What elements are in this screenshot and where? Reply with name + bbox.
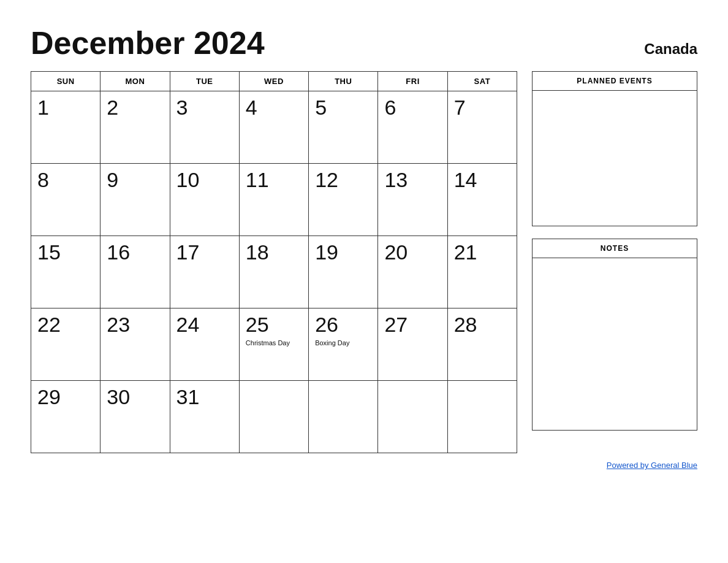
calendar-cell: 19 [309,236,378,308]
calendar-section: SUN MON TUE WED THU FRI SAT 123456789101… [31,71,517,453]
calendar-cell: 14 [447,164,517,236]
day-number: 5 [315,96,371,119]
day-number: 20 [384,241,441,264]
holiday-label: Boxing Day [315,339,371,347]
calendar-cell: 17 [170,236,239,308]
calendar-cell: 23 [100,308,170,381]
calendar-cell: 10 [170,164,239,236]
day-number: 24 [176,313,233,336]
day-number: 27 [384,313,441,336]
calendar-cell: 4 [239,91,308,164]
day-number: 2 [107,96,163,119]
month-title: December 2024 [31,25,265,61]
notes-body [533,258,697,430]
weekday-tue: TUE [170,72,239,91]
calendar-cell: 7 [447,91,517,164]
calendar-cell: 11 [239,164,308,236]
day-number: 23 [107,313,163,336]
day-number: 16 [107,241,163,264]
calendar-cell [378,381,447,453]
day-number: 29 [37,386,94,408]
calendar-cell [239,381,308,453]
calendar-cell: 13 [378,164,447,236]
calendar-cell: 18 [239,236,308,308]
calendar-cell: 5 [309,91,378,164]
calendar-cell: 24 [170,308,239,381]
day-number: 6 [384,96,441,119]
calendar-cell: 21 [447,236,517,308]
day-number: 26 [315,313,371,336]
planned-events-header: PLANNED EVENTS [533,72,697,91]
day-number: 31 [176,386,233,408]
day-number: 9 [107,169,163,191]
calendar-cell: 3 [170,91,239,164]
weekday-sun: SUN [31,72,100,91]
sidebar: PLANNED EVENTS NOTES [532,71,697,453]
calendar-cell: 25Christmas Day [239,308,308,381]
day-number: 12 [315,169,371,191]
planned-events-box: PLANNED EVENTS [532,71,697,226]
day-number: 8 [37,169,94,191]
calendar-cell: 2 [100,91,170,164]
calendar-cell: 29 [31,381,100,453]
calendar-cell: 1 [31,91,100,164]
weekday-thu: THU [309,72,378,91]
calendar-week-row: 891011121314 [31,164,517,236]
planned-events-body [533,91,697,226]
calendar-page: December 2024 Canada SUN MON TUE WED THU… [0,0,728,563]
day-number: 28 [454,313,510,336]
calendar-cell: 15 [31,236,100,308]
calendar-cell: 12 [309,164,378,236]
day-number: 22 [37,313,94,336]
calendar-cell: 31 [170,381,239,453]
day-number: 4 [246,96,302,119]
calendar-cell: 9 [100,164,170,236]
weekday-mon: MON [100,72,170,91]
calendar-cell: 22 [31,308,100,381]
weekday-wed: WED [239,72,308,91]
calendar-week-row: 293031 [31,381,517,453]
notes-box: NOTES [532,239,697,431]
calendar-cell: 20 [378,236,447,308]
notes-header: NOTES [533,239,697,258]
calendar-cell [447,381,517,453]
page-header: December 2024 Canada [31,25,697,61]
main-content: SUN MON TUE WED THU FRI SAT 123456789101… [31,71,697,453]
day-number: 17 [176,241,233,264]
day-number: 21 [454,241,510,264]
calendar-cell: 16 [100,236,170,308]
calendar-cell: 6 [378,91,447,164]
day-number: 13 [384,169,441,191]
calendar-cell: 27 [378,308,447,381]
day-number: 11 [246,169,302,191]
holiday-label: Christmas Day [246,339,302,347]
calendar-cell: 26Boxing Day [309,308,378,381]
weekday-sat: SAT [447,72,517,91]
calendar-table: SUN MON TUE WED THU FRI SAT 123456789101… [31,71,517,453]
calendar-cell: 8 [31,164,100,236]
day-number: 1 [37,96,94,119]
calendar-week-row: 1234567 [31,91,517,164]
day-number: 10 [176,169,233,191]
day-number: 14 [454,169,510,191]
day-number: 25 [246,313,302,336]
weekday-header-row: SUN MON TUE WED THU FRI SAT [31,72,517,91]
calendar-cell [309,381,378,453]
weekday-fri: FRI [378,72,447,91]
calendar-cell: 30 [100,381,170,453]
day-number: 18 [246,241,302,264]
day-number: 7 [454,96,510,119]
day-number: 30 [107,386,163,408]
day-number: 19 [315,241,371,264]
country-title: Canada [644,40,697,58]
calendar-cell: 28 [447,308,517,381]
calendar-week-row: 15161718192021 [31,236,517,308]
powered-by-footer: Powered by General Blue [31,461,697,470]
calendar-week-row: 22232425Christmas Day26Boxing Day2728 [31,308,517,381]
day-number: 3 [176,96,233,119]
powered-by-link[interactable]: Powered by General Blue [607,461,697,470]
day-number: 15 [37,241,94,264]
